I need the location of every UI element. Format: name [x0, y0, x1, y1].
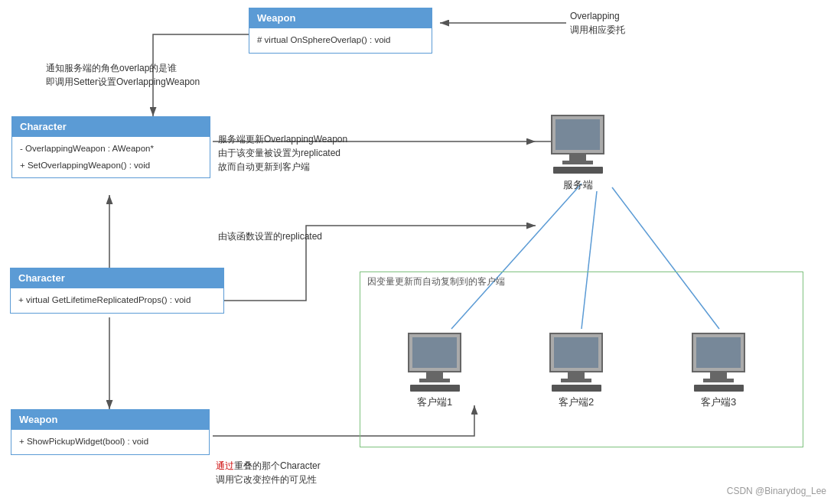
- annotation-client-change: 通过重叠的那个Character 调用它改变控件的可见性: [216, 459, 321, 486]
- character-mid-member2: + SetOverlappingWeapon() : void: [20, 158, 202, 174]
- character-mid-member1: - OverlappingWeapon : AWeapon*: [20, 141, 202, 158]
- annotation-replicated: 由该函数设置的replicated: [218, 229, 322, 243]
- character-lower-box: Character + virtual GetLifetimeReplicate…: [10, 268, 224, 314]
- weapon-bottom-member1: + ShowPickupWidget(bool) : void: [19, 434, 201, 450]
- weapon-top-box: Weapon # virtual OnSphereOverlap() : voi…: [249, 8, 432, 54]
- character-lower-header: Character: [11, 268, 223, 288]
- overlapping-delegate: 调用相应委托: [570, 23, 625, 37]
- client2-computer: 客户端2: [549, 333, 603, 409]
- diagram-container: Weapon # virtual OnSphereOverlap() : voi…: [0, 0, 834, 504]
- annotation-notify: 通知服务端的角色overlap的是谁 即调用Setter设置Overlappin…: [46, 61, 200, 89]
- weapon-bottom-body: + ShowPickupWidget(bool) : void: [11, 429, 209, 454]
- client3-computer: 客户端3: [692, 333, 745, 409]
- weapon-top-member1: # virtual OnSphereOverlap() : void: [257, 32, 424, 49]
- client-area-label: 因变量更新而自动复制到的客户端: [367, 275, 505, 288]
- weapon-bottom-header: Weapon: [11, 410, 209, 429]
- client-change-thru: 通过: [216, 460, 234, 471]
- watermark: CSDN @Binarydog_Lee: [727, 486, 826, 496]
- weapon-top-body: # virtual OnSphereOverlap() : void: [249, 28, 432, 53]
- annotation-server-update: 服务端更新OverlappingWeapon 由于该变量被设置为replicat…: [218, 119, 347, 187]
- weapon-bottom-box: Weapon + ShowPickupWidget(bool) : void: [11, 409, 210, 455]
- client-change-overlap-char: 重叠的那个Character: [234, 460, 321, 471]
- overlapping-label: Overlapping: [570, 9, 625, 23]
- client3-label: 客户端3: [701, 395, 736, 409]
- weapon-top-header: Weapon: [249, 8, 432, 28]
- annotation-overlapping: Overlapping 调用相应委托: [570, 9, 625, 37]
- character-lower-member1: + virtual GetLifetimeReplicatedProps() :…: [18, 292, 216, 309]
- client-change-text2: 调用它改变控件的可见性: [216, 473, 321, 486]
- client1-computer: 客户端1: [408, 333, 461, 409]
- client1-label: 客户端1: [417, 395, 452, 409]
- server-label: 服务端: [563, 178, 593, 192]
- character-mid-box: Character - OverlappingWeapon : AWeapon*…: [11, 116, 210, 178]
- character-mid-body: - OverlappingWeapon : AWeapon* + SetOver…: [12, 136, 210, 177]
- client2-label: 客户端2: [559, 395, 594, 409]
- server-computer: 服务端: [551, 115, 604, 192]
- character-mid-header: Character: [12, 117, 210, 136]
- character-lower-body: + virtual GetLifetimeReplicatedProps() :…: [11, 288, 223, 313]
